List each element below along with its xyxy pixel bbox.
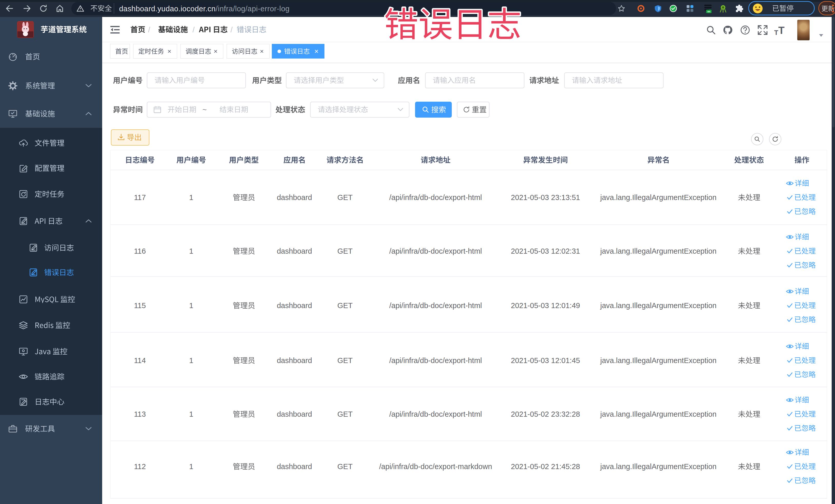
svg-text:on: on bbox=[708, 10, 711, 13]
